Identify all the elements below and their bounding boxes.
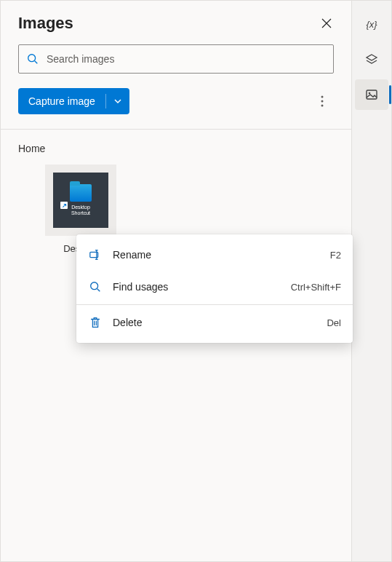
delete-icon xyxy=(88,315,103,330)
svg-point-9 xyxy=(91,282,98,290)
menu-item-find-usages[interactable]: Find usages Ctrl+Shift+F xyxy=(76,271,353,303)
menu-item-rename[interactable]: Rename F2 xyxy=(76,239,353,271)
image-thumbnail[interactable]: Desktop Shortcut xyxy=(45,165,116,236)
panel-title: Images xyxy=(18,14,73,33)
rail-images-button[interactable] xyxy=(355,79,388,110)
svg-text:{x}: {x} xyxy=(366,19,377,30)
content-area: Home Desktop Shortcut Desktop xyxy=(1,130,351,561)
search-input[interactable] xyxy=(47,53,326,65)
svg-point-13 xyxy=(369,92,371,95)
thumbnail-text: Desktop Shortcut xyxy=(71,205,90,215)
close-icon xyxy=(321,18,332,28)
close-button[interactable] xyxy=(319,16,334,31)
svg-rect-12 xyxy=(367,90,377,99)
images-panel: Images Capture image Home xyxy=(1,1,352,561)
search-container xyxy=(1,39,351,79)
panel-header: Images xyxy=(1,1,351,39)
svg-point-4 xyxy=(321,105,324,107)
menu-item-label: Delete xyxy=(113,317,316,328)
svg-point-0 xyxy=(28,55,36,62)
svg-point-3 xyxy=(321,100,324,103)
more-options-button[interactable] xyxy=(311,90,334,113)
section-label: Home xyxy=(18,143,334,154)
rename-icon xyxy=(88,248,103,262)
chevron-down-icon xyxy=(113,97,122,106)
search-icon xyxy=(88,280,103,294)
images-icon xyxy=(364,87,379,102)
capture-image-dropdown[interactable] xyxy=(106,88,129,114)
folder-icon xyxy=(70,184,92,202)
rail-layers-button[interactable] xyxy=(355,44,388,75)
menu-item-delete[interactable]: Delete Del xyxy=(76,306,353,339)
context-menu: Rename F2 Find usages Ctrl+Shift+F Delet… xyxy=(76,234,353,343)
svg-line-1 xyxy=(35,61,38,64)
menu-item-shortcut: Del xyxy=(327,317,341,328)
capture-image-split-button[interactable]: Capture image xyxy=(18,88,129,114)
menu-item-shortcut: F2 xyxy=(330,250,341,261)
search-icon xyxy=(26,52,39,66)
thumbnail-preview: Desktop Shortcut xyxy=(53,173,108,228)
rail-variables-button[interactable]: {x} xyxy=(355,9,388,40)
menu-item-shortcut: Ctrl+Shift+F xyxy=(291,282,341,293)
search-box[interactable] xyxy=(18,44,334,74)
svg-point-2 xyxy=(321,96,324,98)
capture-image-label: Capture image xyxy=(28,95,95,107)
variables-icon: {x} xyxy=(364,17,379,32)
right-rail: {x} xyxy=(352,1,391,561)
menu-separator xyxy=(76,304,353,305)
toolbar: Capture image xyxy=(1,79,351,129)
more-vertical-icon xyxy=(321,95,324,107)
menu-item-label: Find usages xyxy=(113,281,281,293)
capture-image-button[interactable]: Capture image xyxy=(18,88,105,114)
svg-line-10 xyxy=(97,289,100,292)
layers-icon xyxy=(364,52,379,67)
shortcut-overlay-icon xyxy=(60,202,68,209)
menu-item-label: Rename xyxy=(113,249,320,261)
